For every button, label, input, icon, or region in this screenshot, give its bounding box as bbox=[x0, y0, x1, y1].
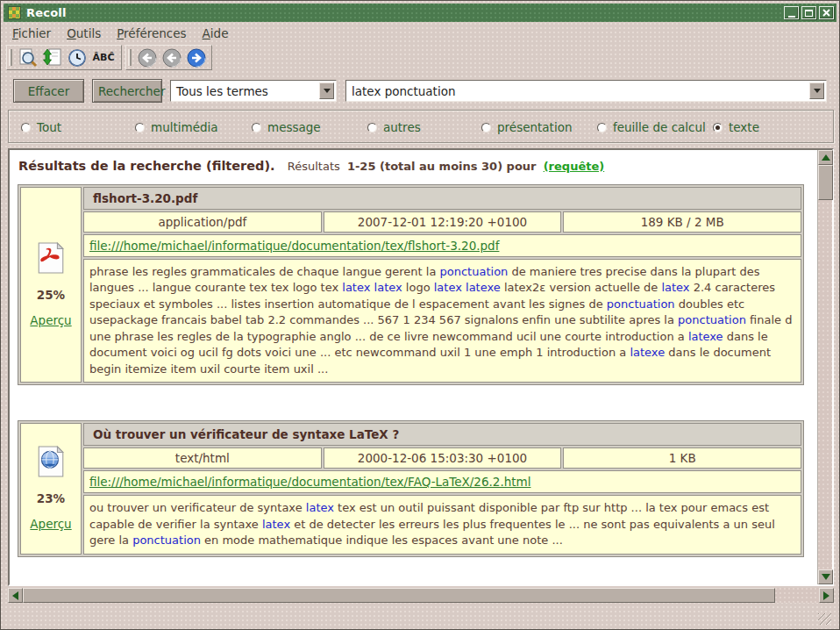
results-header: Résultats de la recherche (filtered). Ré… bbox=[10, 150, 817, 184]
result-snippet: ou trouver un verificateur de syntaxe la… bbox=[83, 495, 801, 554]
toolbar-handle-icon[interactable] bbox=[9, 49, 12, 66]
filter-tout[interactable]: Tout bbox=[21, 120, 61, 134]
chevron-down-icon[interactable] bbox=[319, 82, 334, 99]
term-mode-select[interactable]: Tous les termes bbox=[170, 80, 337, 102]
vertical-scroll-track bbox=[818, 200, 832, 569]
query-link[interactable]: (requête) bbox=[544, 160, 605, 173]
statusbar bbox=[4, 606, 836, 628]
scroll-right-button[interactable] bbox=[819, 588, 834, 603]
filter-texte[interactable]: texte bbox=[713, 120, 759, 134]
result-item: 25% Aperçu flshort-3.20.pdf application/… bbox=[18, 184, 804, 385]
sort-documents-button[interactable] bbox=[41, 47, 63, 68]
scroll-left-button[interactable] bbox=[8, 588, 23, 603]
resize-grip[interactable] bbox=[818, 613, 831, 625]
toolbar-handle-icon[interactable] bbox=[128, 49, 132, 66]
menu-preferences[interactable]: Préférences bbox=[117, 26, 186, 40]
document-search-button[interactable] bbox=[17, 47, 39, 68]
next-page-button[interactable] bbox=[185, 47, 207, 68]
minimize-icon bbox=[788, 16, 795, 18]
minimize-button[interactable] bbox=[784, 6, 799, 19]
radio-icon bbox=[367, 123, 377, 132]
result-date: 2007-12-01 12:19:20 +0100 bbox=[324, 211, 562, 233]
relevance-percent: 23% bbox=[37, 491, 65, 505]
query-combobox bbox=[345, 80, 827, 102]
results-area: Résultats de la recherche (filtered). Ré… bbox=[8, 148, 834, 586]
pdf-file-icon bbox=[37, 242, 65, 276]
close-button[interactable] bbox=[819, 6, 834, 19]
chevron-down-icon[interactable] bbox=[809, 82, 824, 99]
menubar: Fichier Outils Préférences Aide bbox=[4, 24, 836, 42]
radio-icon bbox=[252, 123, 261, 132]
result-side-panel: 25% Aperçu bbox=[20, 187, 82, 383]
horizontal-scrollbar[interactable] bbox=[8, 588, 834, 603]
window-controls bbox=[784, 6, 834, 19]
result-url-link[interactable]: file:///home/michael/informatique/docume… bbox=[89, 475, 530, 489]
arrow-left-icon bbox=[8, 591, 18, 600]
result-filename: Où trouver un vérificateur de syntaxe La… bbox=[83, 423, 801, 446]
filter-presentation[interactable]: présentation bbox=[481, 120, 572, 134]
document-sort-icon bbox=[42, 47, 62, 68]
titlebar[interactable]: Recoll bbox=[4, 4, 836, 22]
first-page-button[interactable] bbox=[136, 47, 158, 68]
horizontal-scroll-track bbox=[775, 588, 819, 603]
recoll-app-icon bbox=[8, 6, 21, 19]
close-icon bbox=[822, 9, 830, 17]
filter-message[interactable]: message bbox=[252, 120, 321, 134]
toolbar-group-tools: ÂBĈ bbox=[6, 45, 122, 70]
search-input[interactable] bbox=[346, 81, 809, 101]
preview-link[interactable]: Aperçu bbox=[30, 517, 71, 531]
document-search-icon bbox=[18, 47, 38, 68]
vertical-scrollbar[interactable] bbox=[817, 150, 832, 584]
relevance-percent: 25% bbox=[37, 288, 65, 302]
clear-button[interactable]: Effacer bbox=[13, 79, 84, 103]
back-icon bbox=[138, 48, 157, 68]
scroll-down-button[interactable] bbox=[818, 569, 833, 584]
menu-outils[interactable]: Outils bbox=[67, 26, 101, 40]
vertical-scroll-thumb[interactable] bbox=[818, 165, 833, 200]
result-item: 23% Aperçu Où trouver un vérificateur de… bbox=[18, 420, 804, 556]
result-url-link[interactable]: file:///home/michael/informatique/docume… bbox=[89, 239, 499, 253]
result-url-cell: file:///home/michael/informatique/docume… bbox=[83, 470, 801, 493]
horizontal-scroll-thumb[interactable] bbox=[23, 588, 775, 603]
result-size: 1 KB bbox=[563, 447, 801, 469]
results-count-prefix: Résultats bbox=[288, 160, 340, 173]
result-meta-row: text/html 2000-12-06 15:03:30 +0100 1 KB bbox=[83, 447, 801, 469]
term-explorer-button[interactable]: ÂBĈ bbox=[90, 47, 117, 68]
result-mime: text/html bbox=[83, 447, 322, 469]
maximize-icon bbox=[805, 10, 813, 17]
menu-aide[interactable]: Aide bbox=[203, 26, 229, 40]
result-detail: Où trouver un vérificateur de syntaxe La… bbox=[83, 423, 801, 554]
previous-page-button[interactable] bbox=[160, 47, 182, 68]
window-title: Recoll bbox=[26, 6, 67, 19]
html-file-icon bbox=[37, 446, 65, 480]
back-icon bbox=[162, 48, 182, 68]
filetype-filter-group: Tout multimédia message autres présentat… bbox=[8, 110, 834, 143]
maximize-button[interactable] bbox=[801, 6, 816, 19]
radio-icon bbox=[597, 123, 607, 132]
results-title: Résultats de la recherche (filtered). bbox=[18, 159, 275, 173]
filter-autres[interactable]: autres bbox=[367, 120, 421, 134]
forward-icon bbox=[187, 48, 206, 68]
history-button[interactable] bbox=[66, 47, 88, 68]
result-size: 189 KB / 2 MB bbox=[563, 211, 801, 233]
scroll-up-button[interactable] bbox=[818, 150, 833, 165]
arrow-up-icon bbox=[822, 150, 830, 161]
result-snippet: phrase les regles grammaticales de chaqu… bbox=[83, 259, 801, 383]
search-button[interactable]: Rechercher bbox=[92, 79, 162, 103]
history-clock-icon bbox=[68, 48, 87, 68]
radio-icon bbox=[713, 123, 723, 132]
arrow-down-icon bbox=[822, 574, 830, 584]
filter-feuille-de-calcul[interactable]: feuille de calcul bbox=[597, 120, 706, 134]
radio-icon bbox=[135, 123, 145, 132]
result-url-cell: file:///home/michael/informatique/docume… bbox=[83, 234, 801, 257]
arrow-right-icon bbox=[823, 591, 834, 600]
radio-icon bbox=[481, 123, 491, 132]
results-viewport: Résultats de la recherche (filtered). Ré… bbox=[10, 150, 817, 584]
result-mime: application/pdf bbox=[83, 211, 322, 233]
radio-icon bbox=[21, 123, 31, 132]
result-date: 2000-12-06 15:03:30 +0100 bbox=[324, 447, 562, 469]
filter-multimedia[interactable]: multimédia bbox=[135, 120, 218, 134]
menu-fichier[interactable]: Fichier bbox=[12, 26, 51, 40]
preview-link[interactable]: Aperçu bbox=[30, 313, 71, 327]
toolbar-group-nav bbox=[125, 45, 212, 70]
